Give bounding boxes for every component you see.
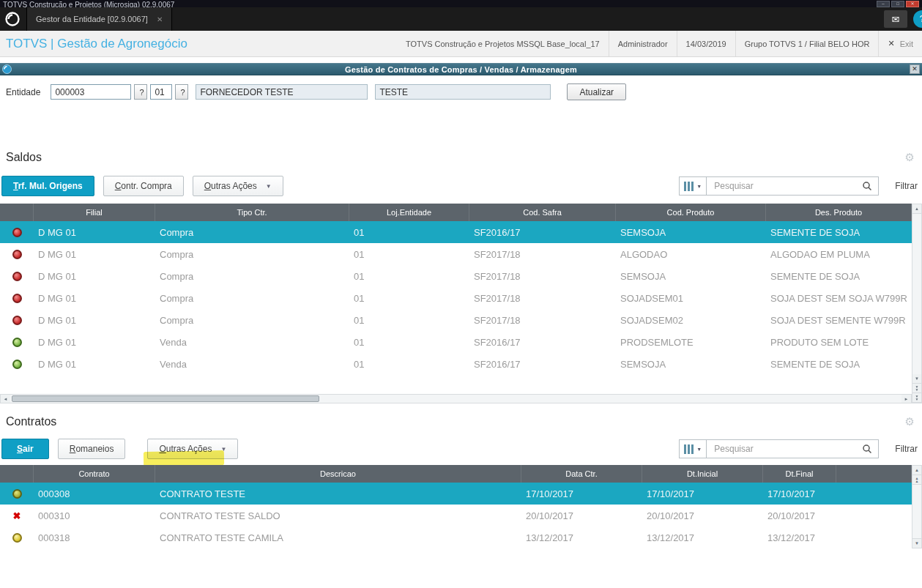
dialog-swirl-icon <box>2 64 12 74</box>
saldos-outras-acoes-button[interactable]: Outras Ações ▼ <box>193 176 283 196</box>
status-cell <box>0 221 34 243</box>
scroll-down-icon[interactable]: ▼ <box>912 538 921 548</box>
table-cell: Venda <box>155 353 349 375</box>
table-cell: 01 <box>349 221 469 243</box>
saldos-vertical-scrollbar[interactable]: ▲ ▼ ▼▼ ▼▼ <box>912 204 922 403</box>
column-header[interactable] <box>836 465 912 483</box>
column-header[interactable] <box>0 465 34 483</box>
saldos-grid-area: FilialTipo Ctr.Loj.EntidadeCod. SafraCod… <box>0 204 922 403</box>
table-row[interactable]: D MG 01Venda01SF2016/17PRODSEMLOTEPRODUT… <box>0 331 912 353</box>
scroll-right-icon[interactable]: ► <box>901 395 911 403</box>
status-cell <box>0 287 34 309</box>
column-header[interactable]: Contrato <box>34 465 155 483</box>
table-cell: SOJA DEST SEM SOJA W799R <box>766 287 912 309</box>
window-title: TOTVS Construção e Projetos (Microsiga) … <box>3 1 174 7</box>
status-red-icon <box>12 250 22 259</box>
table-row[interactable]: 000308CONTRATO TESTE17/10/201717/10/2017… <box>0 483 912 505</box>
table-row[interactable]: D MG 01Compra01SF2017/18ALGODAOALGODAO E… <box>0 243 912 265</box>
contratos-columns-config-button[interactable]: ▼ <box>679 439 707 458</box>
search-icon[interactable] <box>862 444 872 454</box>
entity-code-field[interactable] <box>51 84 131 100</box>
mail-icon[interactable]: ✉ <box>884 10 907 28</box>
scroll-left-icon[interactable]: ◄ <box>1 395 10 403</box>
store-code-field[interactable] <box>150 84 172 100</box>
dialog-close-icon[interactable]: ✕ <box>910 64 920 74</box>
table-cell: 01 <box>349 243 469 265</box>
sair-button[interactable]: Sair <box>1 439 49 459</box>
saldos-horizontal-scrollbar[interactable]: ◄ ► <box>0 394 912 403</box>
scroll-up-icon[interactable]: ▲ <box>912 466 921 475</box>
column-header[interactable]: Descricao <box>155 465 521 483</box>
table-row[interactable]: D MG 01Compra01SF2017/18SOJADSEM01SOJA D… <box>0 287 912 309</box>
window-minimize-icon[interactable]: – <box>877 1 890 7</box>
entity-code-lookup-button[interactable]: ? <box>134 84 147 100</box>
tab-close-icon[interactable]: ✕ <box>157 15 163 23</box>
table-cell: SF2017/18 <box>469 243 616 265</box>
store-code-lookup-button[interactable]: ? <box>175 84 188 100</box>
table-cell: D MG 01 <box>34 287 155 309</box>
romaneios-button[interactable]: Romaneios <box>58 439 126 459</box>
column-header[interactable]: Cod. Produto <box>616 204 766 221</box>
status-yellow-icon <box>12 533 22 543</box>
spacer <box>0 57 922 63</box>
contratos-vertical-scrollbar[interactable]: ▲ ▲▲ ▼ <box>912 465 922 548</box>
sair-label: Sair <box>17 444 34 454</box>
user-name: Administrador <box>609 31 677 56</box>
table-cell <box>836 483 912 505</box>
table-cell <box>836 526 912 548</box>
column-header[interactable]: Data Ctr. <box>521 465 642 483</box>
contratos-gear-icon[interactable]: ⚙ <box>905 415 915 428</box>
refresh-button[interactable]: Atualizar <box>567 83 626 100</box>
table-cell: 01 <box>349 353 469 375</box>
table-row[interactable]: 000318CONTRATO TESTE CAMILA13/12/201713/… <box>0 526 912 548</box>
contratos-search-input[interactable] <box>713 443 862 455</box>
trf-mul-origens-button[interactable]: Trf. Mul. Origens <box>1 176 94 196</box>
status-cell <box>0 243 34 265</box>
saldos-filter-link[interactable]: Filtrar <box>895 181 918 191</box>
contratos-filter-link[interactable]: Filtrar <box>895 444 918 454</box>
table-row[interactable]: D MG 01Compra01SF2017/18SOJADSEM02SOJA D… <box>0 309 912 331</box>
table-header-row: ContratoDescricaoData Ctr.Dt.InicialDt.F… <box>0 465 912 483</box>
scroll-up-icon[interactable]: ▲ <box>912 204 921 214</box>
saldos-gear-icon[interactable]: ⚙ <box>905 151 915 164</box>
environment-info: TOTVS Construção e Projetos MSSQL Base_l… <box>397 31 609 56</box>
contr-compra-button[interactable]: Contr. Compra <box>103 176 184 196</box>
column-header[interactable]: Dt.Final <box>763 465 836 483</box>
entity-form: Entidade ? ? Atualizar <box>0 75 922 103</box>
column-header[interactable]: Filial <box>34 204 155 221</box>
entity-name-field[interactable] <box>196 84 368 100</box>
entity-shortname-field[interactable] <box>375 84 551 100</box>
table-cell: ALGODAO EM PLUMA <box>766 243 912 265</box>
table-cell: SEMENTE DE SOJA <box>766 221 912 243</box>
column-header[interactable]: Des. Produto <box>766 204 912 221</box>
contratos-outras-acoes-button[interactable]: Outras Ações ▼ <box>147 439 238 459</box>
help-round-icon[interactable]: ? <box>913 10 922 28</box>
window-close-icon[interactable]: ✕ <box>906 1 919 7</box>
page-up-icon[interactable]: ▲▲ <box>912 475 921 485</box>
table-row[interactable]: ✖000310CONTRATO TESTE SALDO20/10/201720/… <box>0 505 912 526</box>
romaneios-label: Romaneios <box>70 444 114 454</box>
scroll-down-icon[interactable]: ▼ <box>912 374 921 384</box>
tab-gestor-da-entidade[interactable]: Gestor da Entidade [02.9.0067] ✕ <box>26 7 172 31</box>
exit-button[interactable]: ✕ Exit <box>878 31 922 56</box>
page-down-icon[interactable]: ▼▼ <box>912 384 921 393</box>
column-header[interactable]: Dt.Inicial <box>642 465 763 483</box>
saldos-search-input[interactable] <box>713 180 862 192</box>
column-header[interactable] <box>0 204 34 221</box>
table-row[interactable]: D MG 01Venda01SF2016/17SEMSOJASEMENTE DE… <box>0 353 912 375</box>
status-green-icon <box>12 338 22 347</box>
scroll-end-icon[interactable]: ▼▼ <box>912 393 921 403</box>
column-header[interactable]: Tipo Ctr. <box>155 204 349 221</box>
tab-label: Gestor da Entidade [02.9.0067] <box>36 15 148 23</box>
table-row[interactable]: D MG 01Compra01SF2016/17SEMSOJASEMENTE D… <box>0 221 912 243</box>
window-maximize-icon[interactable]: □ <box>891 1 904 7</box>
table-cell: D MG 01 <box>34 265 155 287</box>
horizontal-scroll-thumb[interactable] <box>12 395 319 402</box>
table-row[interactable]: D MG 01Compra01SF2017/18SEMSOJASEMENTE D… <box>0 265 912 287</box>
column-header[interactable]: Loj.Entidade <box>349 204 469 221</box>
column-header[interactable]: Cod. Safra <box>469 204 616 221</box>
search-icon[interactable] <box>862 181 872 191</box>
table-cell: D MG 01 <box>34 221 155 243</box>
saldos-columns-config-button[interactable]: ▼ <box>679 176 707 196</box>
table-cell: SOJA DEST SEMENTE W799R <box>766 309 912 331</box>
